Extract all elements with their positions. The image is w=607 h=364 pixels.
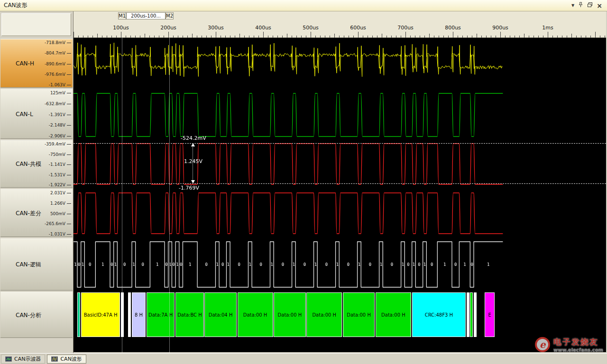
y-cursor-2-line[interactable] xyxy=(74,183,606,184)
channel-row-5[interactable]: CAN-逻辑 xyxy=(0,238,73,291)
ruler-tick xyxy=(145,34,145,38)
close-icon[interactable]: × xyxy=(597,3,602,9)
ruler-scale: 100us200us300us400us500us600us700us800us… xyxy=(74,21,606,38)
ruler-tick xyxy=(595,32,596,38)
waveform-icon xyxy=(51,356,58,362)
scale-value: 125mV xyxy=(50,91,65,95)
ruler-tick xyxy=(263,32,264,38)
logic-bit-label: 0 xyxy=(347,262,349,267)
logic-bit-label: 0 xyxy=(407,262,409,267)
scale-value: -632.8mV xyxy=(45,101,65,106)
ruler-tick-label: 800us xyxy=(445,25,461,31)
scale-tick xyxy=(67,193,71,193)
ruler-tick-label: 200us xyxy=(160,25,176,31)
ruler-tick xyxy=(311,32,311,38)
channel-row-1[interactable]: CAN-H-718.8mV-804.7mV-890.6mV-976.6mV-1.… xyxy=(0,39,73,88)
restore-icon[interactable] xyxy=(587,2,593,9)
ruler-tick xyxy=(74,32,74,38)
logic-bit-label: 0 xyxy=(221,262,224,267)
analysis-block-data6: Data:00 H xyxy=(343,292,375,337)
logic-bit-label: 0 xyxy=(78,262,80,267)
cursor-m1-line[interactable] xyxy=(122,38,122,352)
ruler-tick xyxy=(216,32,216,38)
channel-row-3[interactable]: CAN-共模-359.4mV-750mV-1.141V-1.531V-1.922… xyxy=(0,140,73,188)
tab-label: CAN示波器 xyxy=(14,355,41,363)
logic-bit-label: 1 xyxy=(443,262,446,267)
menu-arrow-icon[interactable]: ▼ xyxy=(571,3,574,9)
scale-tick xyxy=(67,234,71,235)
cursor-m2-line[interactable] xyxy=(169,38,170,352)
marker-bar: M1 200us-100... M2 xyxy=(74,11,606,21)
window-title: CAN波形 xyxy=(0,1,28,9)
logic-bit-label: 0 xyxy=(173,262,175,267)
delta-value: 1.245V xyxy=(184,158,202,164)
logic-bit-label: 0 xyxy=(238,262,240,267)
logic-bit-label: 0 xyxy=(141,262,144,267)
ruler-tick xyxy=(453,32,453,38)
scale-tick xyxy=(67,203,71,204)
analysis-block-r0 xyxy=(128,292,131,337)
analysis-block-sof xyxy=(77,292,80,337)
logo-letter: e xyxy=(540,339,546,350)
logic-bit-label: 0 xyxy=(165,262,167,267)
analysis-block-data3: Data:00 H xyxy=(238,292,273,337)
scale-value: -1.063V xyxy=(49,82,65,87)
scale-tick xyxy=(67,64,71,64)
channel-row-6[interactable]: CAN-分析 xyxy=(0,292,73,338)
ruler-tick-label: 900us xyxy=(492,25,508,31)
scale-tick xyxy=(67,164,71,165)
logic-bit-label: 0 xyxy=(89,262,91,267)
scale-value: -1.031V xyxy=(49,232,65,237)
logic-bit-label: 0 xyxy=(431,262,433,267)
scale-tick xyxy=(67,175,71,175)
ruler-tick xyxy=(524,34,524,38)
scale-value: -718.8mV xyxy=(45,40,65,45)
watermark-url: www.elecfans.com xyxy=(553,347,603,353)
logic-bit-label: 1 xyxy=(82,262,84,267)
scale-value: 2.031V xyxy=(50,191,65,195)
analysis-block-data7: Data:00 H xyxy=(376,292,411,337)
ruler-tick xyxy=(287,34,287,38)
ruler-tick xyxy=(477,34,477,38)
logic-bit-label: 1 xyxy=(487,262,489,267)
logic-bit-label: 0 xyxy=(205,262,208,267)
channel-row-2[interactable]: CAN-L125mV-632.8mV-1.391V-2.148V-2.906V xyxy=(0,89,73,139)
scale-tick xyxy=(67,104,71,104)
marker-range[interactable]: 200us-100... xyxy=(126,12,166,19)
scale-value: -2.906V xyxy=(49,134,65,138)
analysis-block-data5: Data:00 H xyxy=(306,292,342,337)
logic-bit-label: 0 xyxy=(369,262,371,267)
ruler-tick-label: 700us xyxy=(397,25,414,31)
ruler-tick xyxy=(239,34,240,38)
scale-tick xyxy=(67,74,71,75)
elecfans-logo-icon: e xyxy=(535,337,550,352)
scale-value: 1.266V xyxy=(50,201,65,206)
ruler-tick-label: 100us xyxy=(113,25,129,31)
tab-can-waveform[interactable]: CAN波形 xyxy=(47,355,86,364)
logic-bit-label: 0 xyxy=(260,262,262,267)
window-controls: ▼ × xyxy=(571,2,607,9)
ruler-tick xyxy=(382,34,382,38)
y-cursor-1-line[interactable] xyxy=(74,143,606,144)
logic-bit-label: 1 xyxy=(132,262,135,267)
scale-value: -2.148V xyxy=(49,123,65,127)
waveform-plot-area: -524.2mV 1.245V -1.769V BasicID:47A H8 H… xyxy=(74,38,606,352)
oscilloscope-icon xyxy=(5,356,12,362)
logic-bit-label: 1 xyxy=(358,262,360,267)
scale-tick xyxy=(67,93,71,93)
scale-value: -265.6mV xyxy=(45,221,65,226)
channel-row-4[interactable]: CAN-差分2.031V1.266V500mV-265.6mV-1.031V xyxy=(0,189,73,237)
marker-m1[interactable]: M1 xyxy=(118,12,126,19)
analysis-block-crc-delim xyxy=(467,292,469,337)
logic-bit-label: 0 xyxy=(282,262,284,267)
analysis-block-data0: Data:7A H xyxy=(147,292,175,337)
logic-bit-label: 1 xyxy=(176,262,178,267)
logic-bit-label: 1 xyxy=(156,262,158,267)
scale-value: -1.531V xyxy=(49,173,65,177)
logic-bit-label: 1 xyxy=(271,262,273,267)
channel-label: CAN-L xyxy=(16,111,33,118)
logic-bit-label: 1 xyxy=(413,262,415,267)
tab-can-oscilloscope[interactable]: CAN示波器 xyxy=(1,355,45,364)
pin-icon[interactable] xyxy=(578,2,583,9)
marker-m2[interactable]: M2 xyxy=(166,12,174,19)
